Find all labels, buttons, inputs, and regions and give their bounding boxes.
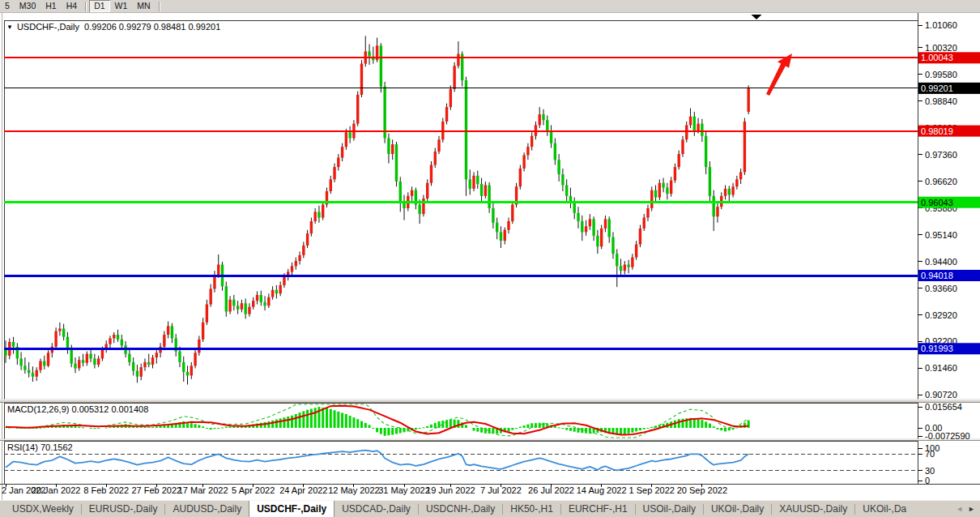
svg-text:0.96043: 0.96043 <box>921 198 953 207</box>
svg-text:19 Jun 2022: 19 Jun 2022 <box>426 485 475 495</box>
svg-text:0.015654: 0.015654 <box>925 402 962 412</box>
tab-usdchf-daily[interactable]: USDCHF-,Daily <box>249 501 334 517</box>
svg-text:0.90720: 0.90720 <box>925 390 957 400</box>
timeframe-button-m30[interactable]: M30 <box>15 0 40 12</box>
svg-text:-0.0072590: -0.0072590 <box>925 431 970 441</box>
timeframe-toolbar: 5M30H1H4D1W1MN <box>0 0 980 13</box>
date-axis: 2 Jan 202220 Jan 20228 Feb 202227 Feb 20… <box>2 484 727 495</box>
tab-ukoil-daily[interactable]: UKOil-,Daily <box>704 501 771 517</box>
svg-text:5 Apr 2022: 5 Apr 2022 <box>232 485 275 495</box>
svg-text:70: 70 <box>925 449 935 459</box>
tab-usdcad-daily[interactable]: USDCAD-,Daily <box>334 501 418 517</box>
toolbar-separator <box>159 2 160 11</box>
svg-text:0.93660: 0.93660 <box>925 284 957 293</box>
level-badge-0.94018: 0.94018 <box>918 270 980 281</box>
candlestick-chart[interactable]: 1.010601.003200.995800.988400.981000.973… <box>0 0 980 517</box>
chart-tabs-bar: USDX,WeeklyEURUSD-,DailyAUDUSD-,DailyUSD… <box>0 500 980 517</box>
svg-text:26 Jul 2022: 26 Jul 2022 <box>528 485 574 495</box>
svg-text:31 May 2022: 31 May 2022 <box>378 485 430 495</box>
svg-text:0.94018: 0.94018 <box>921 271 953 280</box>
macd-indicator-label: MACD(12,26,9) 0.005312 0.001408 <box>7 404 148 414</box>
svg-text:1.00043: 1.00043 <box>921 53 953 62</box>
svg-text:14 Aug 2022: 14 Aug 2022 <box>577 485 627 495</box>
symbol-dropdown-icon[interactable]: ▼ <box>6 24 13 31</box>
tab-xauusd-daily[interactable]: XAUUSD-,Daily <box>772 501 854 517</box>
level-badge-1.00043: 1.00043 <box>918 52 980 63</box>
level-badge-0.96043: 0.96043 <box>918 197 980 208</box>
svg-text:17 Mar 2022: 17 Mar 2022 <box>178 485 228 495</box>
chart-ohlc-values: 0.99206 0.99279 0.98481 0.99201 <box>84 22 220 32</box>
svg-text:7 Jul 2022: 7 Jul 2022 <box>480 485 522 495</box>
svg-text:1.00320: 1.00320 <box>925 43 957 53</box>
svg-text:0.94400: 0.94400 <box>925 257 957 267</box>
level-badge-0.98019: 0.98019 <box>918 126 980 137</box>
svg-text:24 Apr 2022: 24 Apr 2022 <box>279 485 327 495</box>
tab-eurchf-h1[interactable]: EURCHF-,H1 <box>561 501 635 517</box>
mt4-chart-window: 5M30H1H4D1W1MN 1.010601.003200.995800.98… <box>0 0 980 517</box>
svg-text:27 Feb 2022: 27 Feb 2022 <box>131 485 181 495</box>
svg-text:12 May 2022: 12 May 2022 <box>328 485 380 495</box>
tabs-scroll-left-icon[interactable]: ◄ <box>956 505 963 513</box>
timeframe-button-mn[interactable]: MN <box>132 0 155 12</box>
tab-ukoil-da[interactable]: UKOil-,Da <box>855 501 914 517</box>
tab-usoil-daily[interactable]: USOil-,Daily <box>636 501 703 517</box>
svg-text:0.99201: 0.99201 <box>921 83 953 93</box>
timeframe-button-w1[interactable]: W1 <box>110 0 133 12</box>
svg-text:0.98840: 0.98840 <box>925 96 957 106</box>
svg-text:0.91460: 0.91460 <box>925 363 957 373</box>
timeframe-button-5[interactable]: 5 <box>0 0 15 12</box>
rsi-indicator-label: RSI(14) 70.1562 <box>7 442 73 452</box>
tab-usdx-weekly[interactable]: USDX,Weekly <box>5 501 81 517</box>
tab-eurusd-daily[interactable]: EURUSD-,Daily <box>82 501 165 517</box>
svg-text:0.96620: 0.96620 <box>925 177 957 186</box>
svg-text:20 Sep 2022: 20 Sep 2022 <box>677 485 727 495</box>
tab-audusd-daily[interactable]: AUDUSD-,Daily <box>165 501 249 517</box>
svg-text:0.97360: 0.97360 <box>925 150 957 160</box>
chart-tabs: USDX,WeeklyEURUSD-,DailyAUDUSD-,DailyUSD… <box>0 501 954 517</box>
timeframe-button-h4[interactable]: H4 <box>62 0 82 12</box>
svg-text:0.99580: 0.99580 <box>925 70 957 79</box>
toolbar-separator <box>85 2 86 11</box>
tabs-scroll-right-icon[interactable]: ► <box>968 505 975 513</box>
svg-text:0.91993: 0.91993 <box>921 344 953 353</box>
tab-scroll-controls: ◄ ► <box>954 501 980 517</box>
svg-text:1 Sep 2022: 1 Sep 2022 <box>629 485 675 495</box>
tab-usdcnh-daily[interactable]: USDCNH-,Daily <box>419 501 502 517</box>
level-badge-0.91993: 0.91993 <box>918 343 980 354</box>
svg-text:0.95140: 0.95140 <box>925 230 957 240</box>
svg-text:8 Feb 2022: 8 Feb 2022 <box>83 485 129 495</box>
tab-hk50-h1[interactable]: HK50-,H1 <box>503 501 560 517</box>
chart-symbol-label: USDCHF-,Daily <box>17 22 79 32</box>
chart-title: ▼USDCHF-,Daily 0.99206 0.99279 0.98481 0… <box>6 22 220 32</box>
svg-text:20 Jan 2022: 20 Jan 2022 <box>32 485 81 495</box>
svg-text:0.92920: 0.92920 <box>925 310 957 320</box>
current-price-badge: 0.99201 <box>918 83 980 94</box>
timeframe-button-h1[interactable]: H1 <box>40 0 61 12</box>
svg-text:30: 30 <box>925 466 935 476</box>
timeframe-button-d1[interactable]: D1 <box>89 0 109 12</box>
svg-text:0.98019: 0.98019 <box>921 126 953 136</box>
svg-text:0: 0 <box>925 476 930 485</box>
svg-text:1.01060: 1.01060 <box>925 20 957 30</box>
